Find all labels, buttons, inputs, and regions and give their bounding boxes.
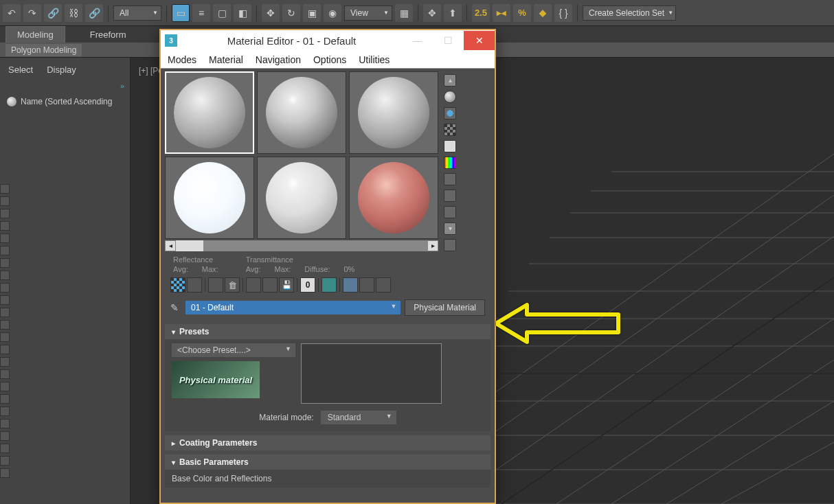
- select-by-material-icon[interactable]: [444, 206, 456, 218]
- put-to-scene-icon[interactable]: [187, 277, 202, 293]
- menu-material[interactable]: Material: [209, 54, 243, 65]
- sample-slot-6[interactable]: [349, 157, 438, 239]
- sample-slot-3[interactable]: [349, 71, 438, 154]
- rectangular-region-icon[interactable]: ▢: [213, 4, 231, 22]
- scroll-thumb[interactable]: [176, 240, 203, 251]
- select-by-name-icon[interactable]: ≡: [192, 4, 210, 22]
- basic-rollout-header[interactable]: Basic Parameters: [165, 455, 491, 470]
- selection-filter-dropdown[interactable]: All: [113, 5, 161, 21]
- video-color-icon[interactable]: [444, 157, 456, 169]
- sample-slot-5[interactable]: [257, 157, 346, 239]
- filter-icon[interactable]: [0, 444, 10, 453]
- filter-icon[interactable]: [0, 468, 10, 478]
- snap-toggle-icon[interactable]: 2.5: [472, 4, 490, 22]
- bind-icon[interactable]: 🔗: [85, 4, 103, 22]
- unlink-icon[interactable]: ⛓: [65, 4, 82, 22]
- make-copy-icon[interactable]: [246, 277, 261, 293]
- sample-slot-2[interactable]: [257, 71, 346, 154]
- undo-icon[interactable]: ↶: [3, 4, 21, 22]
- material-map-nav-icon[interactable]: [444, 239, 456, 251]
- show-end-result-icon[interactable]: [343, 277, 358, 293]
- make-unique-icon[interactable]: [262, 277, 278, 293]
- assign-to-selection-icon[interactable]: [208, 277, 223, 293]
- filter-icon[interactable]: [0, 283, 10, 293]
- filter-icon[interactable]: [0, 406, 10, 416]
- filter-icon[interactable]: [0, 258, 10, 268]
- menu-utilities[interactable]: Utilities: [359, 54, 390, 65]
- sample-uv-icon[interactable]: [444, 140, 456, 152]
- material-name-dropdown[interactable]: 01 - Default: [185, 301, 401, 314]
- scroll-left-icon[interactable]: ◂: [165, 240, 176, 251]
- select-object-icon[interactable]: ▭: [172, 4, 190, 22]
- move-icon[interactable]: ✥: [262, 4, 280, 22]
- menu-modes[interactable]: Modes: [168, 54, 196, 65]
- placement-icon[interactable]: ◉: [324, 4, 341, 22]
- filter-icon[interactable]: [0, 184, 10, 194]
- filter-icon[interactable]: [0, 357, 10, 367]
- link-icon[interactable]: 🔗: [44, 4, 62, 22]
- material-id-icon[interactable]: 0: [300, 277, 315, 293]
- filter-icon[interactable]: [0, 345, 10, 354]
- filter-icon[interactable]: [0, 308, 10, 317]
- angle-snap-icon[interactable]: ▸◂: [493, 4, 510, 22]
- polygon-modeling-label[interactable]: Polygon Modeling: [5, 44, 82, 56]
- filter-icon[interactable]: [0, 369, 10, 379]
- filter-icon[interactable]: [0, 431, 10, 441]
- show-map-icon[interactable]: [322, 277, 337, 293]
- material-editor-titlebar[interactable]: 3 Material Editor - 01 - Default — ☐ ✕: [161, 30, 495, 51]
- filter-icon[interactable]: [0, 221, 10, 231]
- filter-icon[interactable]: [0, 209, 10, 218]
- display-tab[interactable]: Display: [47, 65, 76, 75]
- make-preview-icon[interactable]: [444, 173, 456, 185]
- filter-icon[interactable]: [0, 295, 10, 305]
- scroll-track[interactable]: [176, 240, 427, 251]
- filter-icon[interactable]: [0, 233, 10, 243]
- menu-navigation[interactable]: Navigation: [256, 54, 301, 65]
- filter-icon[interactable]: [0, 382, 10, 391]
- expand-button[interactable]: »: [0, 82, 130, 90]
- menu-options[interactable]: Options: [313, 54, 346, 65]
- filter-icon[interactable]: [0, 196, 10, 206]
- tab-freeform[interactable]: Freeform: [79, 27, 137, 43]
- select-tab[interactable]: Select: [8, 65, 33, 75]
- filter-icon[interactable]: [0, 332, 10, 342]
- material-type-button[interactable]: Physical Material: [405, 299, 485, 316]
- go-sibling-icon[interactable]: [376, 277, 391, 293]
- sample-slot-1[interactable]: [165, 71, 254, 154]
- create-selection-set-dropdown[interactable]: Create Selection Set: [583, 5, 676, 21]
- filter-icon[interactable]: [0, 456, 10, 466]
- scale-icon[interactable]: ▣: [303, 4, 321, 22]
- sample-slot-4[interactable]: [165, 157, 254, 239]
- percent-snap-icon[interactable]: %: [513, 4, 531, 22]
- ref-coord-dropdown[interactable]: View: [344, 5, 392, 21]
- filter-icon[interactable]: [0, 419, 10, 428]
- list-header-row[interactable]: Name (Sorted Ascending: [4, 94, 130, 109]
- options-icon[interactable]: [444, 190, 456, 202]
- sample-hscroll[interactable]: ◂ ▸: [165, 240, 438, 251]
- choose-preset-dropdown[interactable]: <Choose Preset....>: [172, 343, 295, 357]
- tab-modeling[interactable]: Modeling: [5, 26, 65, 43]
- minimize-button[interactable]: —: [402, 31, 433, 50]
- maximize-button[interactable]: ☐: [433, 31, 464, 50]
- presets-rollout-header[interactable]: Presets: [165, 324, 491, 339]
- pivot-icon[interactable]: ▦: [395, 4, 413, 22]
- spinner-snap-icon[interactable]: ◆: [534, 4, 552, 22]
- keyboard-shortcut-icon[interactable]: ⬆: [444, 4, 462, 22]
- material-mode-dropdown[interactable]: Standard: [321, 411, 396, 424]
- redo-icon[interactable]: ↷: [23, 4, 41, 22]
- close-button[interactable]: ✕: [464, 31, 495, 50]
- edit-selection-icon[interactable]: { }: [554, 4, 572, 22]
- background-icon[interactable]: [444, 124, 456, 136]
- window-crossing-icon[interactable]: ◧: [234, 4, 251, 22]
- reset-map-icon[interactable]: [225, 277, 240, 293]
- rotate-icon[interactable]: ↻: [282, 4, 300, 22]
- filter-icon[interactable]: [0, 394, 10, 404]
- scroll-right-icon[interactable]: ▸: [427, 240, 438, 251]
- pick-material-icon[interactable]: ✎: [170, 302, 181, 313]
- sample-type-icon[interactable]: [444, 91, 456, 103]
- filter-icon[interactable]: [0, 271, 10, 280]
- filter-icon[interactable]: [0, 246, 10, 255]
- manipulate-icon[interactable]: ✥: [423, 4, 441, 22]
- scroll-up-icon[interactable]: ▴: [444, 74, 456, 87]
- go-parent-icon[interactable]: [359, 277, 374, 293]
